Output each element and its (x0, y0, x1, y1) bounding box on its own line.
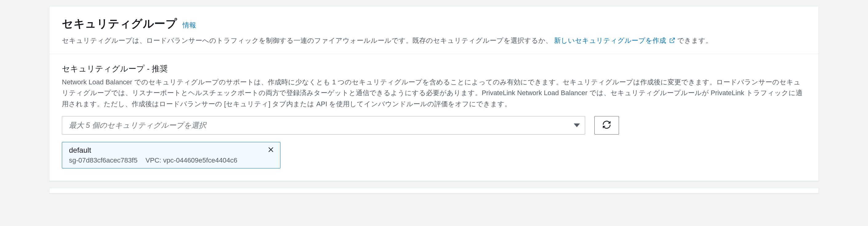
panel-description: セキュリティグループは、ロードバランサーへのトラフィックを制御する一連のファイア… (62, 35, 806, 47)
desc-text-after: できます。 (677, 37, 712, 44)
token-name: default (69, 146, 264, 154)
remove-token-button[interactable] (267, 146, 275, 154)
panel-title: セキュリティグループ (62, 16, 177, 31)
refresh-button[interactable] (594, 116, 619, 135)
token-vpc: VPC: vpc-044609e5fce4404c6 (146, 157, 237, 164)
selected-sg-token: default sg-07d83cf6acec783f5 VPC: vpc-04… (62, 142, 280, 168)
security-groups-panel: セキュリティグループ 情報 セキュリティグループは、ロードバランサーへのトラフィ… (49, 6, 819, 181)
select-placeholder: 最大 5 個のセキュリティグループを選択 (69, 120, 206, 130)
create-link-text: 新しいセキュリティグループを作成 (554, 37, 666, 44)
panel-header: セキュリティグループ 情報 セキュリティグループは、ロードバランサーへのトラフィ… (50, 6, 818, 54)
caret-down-icon (574, 123, 580, 127)
panel-body: セキュリティグループ - 推奨 Network Load Balancer での… (50, 54, 818, 181)
refresh-icon (602, 120, 611, 131)
token-vpc-id: vpc-044609e5fce4404c6 (163, 157, 237, 164)
next-panel-sliver (49, 188, 819, 193)
section-subtitle: セキュリティグループ - 推奨 (62, 63, 806, 74)
create-security-group-link[interactable]: 新しいセキュリティグループを作成 (554, 37, 677, 44)
token-sg-id: sg-07d83cf6acec783f5 (69, 157, 137, 164)
close-icon (267, 146, 275, 154)
desc-text-before: セキュリティグループは、ロードバランサーへのトラフィックを制御する一連のファイア… (62, 37, 552, 44)
section-description: Network Load Balancer でのセキュリティグループのサポートは… (62, 77, 806, 109)
external-link-icon (669, 36, 675, 47)
security-group-select[interactable]: 最大 5 個のセキュリティグループを選択 (62, 116, 585, 135)
info-link[interactable]: 情報 (183, 21, 196, 30)
token-vpc-label: VPC: (146, 157, 161, 164)
